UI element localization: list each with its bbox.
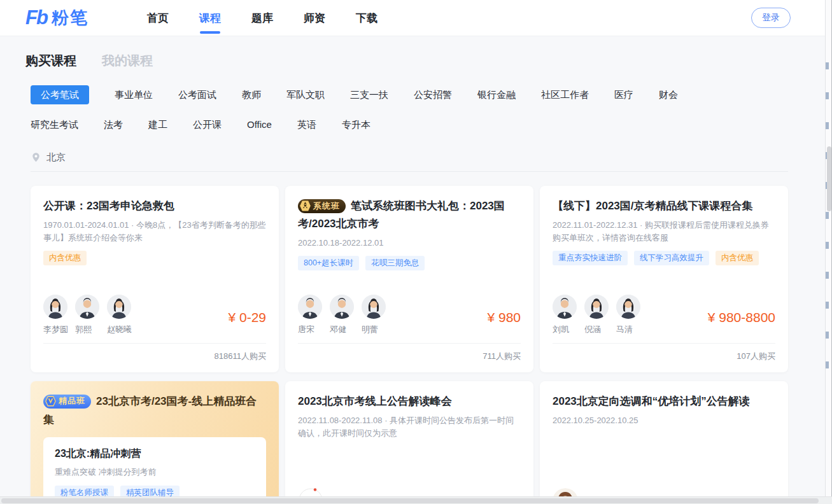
- teacher-name: 赵晓曦: [107, 324, 132, 335]
- course-card[interactable]: 公开课：23国考申论急救包1970.01.01-2024.01.01 · 今晚8…: [31, 186, 279, 372]
- course-card[interactable]: 【线下】2023国/京考精品线下课课程合集2022.11.01-2022.12.…: [540, 186, 788, 372]
- course-badge-label: 精品班: [59, 394, 85, 408]
- course-title: 2023北京市考线上公告解读峰会: [298, 393, 521, 410]
- teacher-avatar: [107, 295, 131, 319]
- horizontal-scrollbar-thumb[interactable]: [1, 498, 819, 503]
- course-badge-label: 系统班: [313, 199, 340, 213]
- category-tab[interactable]: 财会: [659, 85, 678, 104]
- teacher-avatar: [553, 295, 577, 319]
- course-dates: 2022.11.01-2022.12.31 · 购买联报课程后需使用课程兑换券购…: [553, 219, 775, 244]
- category-tab[interactable]: 医疗: [614, 85, 633, 104]
- course-tag: 重点夯实快速进阶: [553, 251, 628, 265]
- nav-item-teachers[interactable]: 师资: [304, 0, 325, 36]
- category-row-1: 公考笔试事业单位公考面试教师军队文职三支一扶公安招警银行金融社区工作者医疗财会: [31, 85, 825, 104]
- category-tab[interactable]: 公安招警: [414, 85, 452, 104]
- sub-course-desc: 重难点突破 冲刺提分到考前: [55, 466, 255, 478]
- category-tab[interactable]: 英语: [297, 115, 316, 134]
- course-tag: 线下学习高效提升: [634, 251, 709, 265]
- course-title: 精品班23北京市考/23国考-线上精品班合集: [43, 393, 266, 430]
- category-tab[interactable]: 三支一扶: [350, 85, 388, 104]
- course-tag: 800+超长课时: [298, 256, 359, 270]
- main-nav: 首页课程题库师资下载: [147, 0, 377, 36]
- category-tab[interactable]: 军队文职: [286, 85, 325, 104]
- course-card[interactable]: 系统班笔试系统班图书大礼包：2023国考/2023北京市考2022.10.18-…: [285, 186, 533, 372]
- category-tab[interactable]: 银行金融: [477, 85, 516, 104]
- category-tab[interactable]: 专升本: [342, 115, 370, 134]
- category-tab[interactable]: 建工: [148, 115, 167, 134]
- category-tab[interactable]: 研究生考试: [31, 115, 78, 134]
- nav-item-download[interactable]: 下载: [356, 0, 377, 36]
- course-tag: 花呗三期免息: [365, 256, 425, 270]
- teacher: 李梦圆: [43, 295, 74, 335]
- course-title: 公开课：23国考申论急救包: [43, 197, 266, 215]
- category-tab[interactable]: 教师: [242, 85, 261, 104]
- top-navbar: Fb 粉笔 首页课程题库师资下载 登录: [0, 0, 825, 36]
- teacher-name: 明蕾: [362, 324, 378, 335]
- teacher: 马清: [616, 295, 647, 335]
- location-pin-icon: [31, 152, 41, 163]
- course-card-grid: 公开课：23国考申论急救包1970.01.01-2024.01.01 · 今晚8…: [31, 186, 825, 504]
- tab-buy-courses[interactable]: 购买课程: [25, 52, 76, 69]
- course-title: 系统班笔试系统班图书大礼包：2023国考/2023北京市考: [298, 197, 521, 233]
- window-right-edge: [825, 0, 832, 504]
- teacher-name: 倪涵: [584, 324, 601, 335]
- nav-item-home[interactable]: 首页: [147, 0, 169, 36]
- nav-item-courses[interactable]: 课程: [199, 0, 221, 36]
- course-tags: 800+超长课时花呗三期免息: [298, 256, 521, 270]
- buyers-count: 711人购买: [298, 343, 521, 362]
- teacher: 赵晓曦: [107, 295, 137, 335]
- tab-my-courses[interactable]: 我的课程: [102, 52, 153, 69]
- nav-item-question-bank[interactable]: 题库: [251, 0, 273, 36]
- category-tab[interactable]: 社区工作者: [541, 85, 589, 104]
- rocket-icon: [299, 200, 311, 212]
- teacher-name: 郭熙: [75, 324, 92, 335]
- teacher-avatar: [616, 295, 640, 319]
- category-tab[interactable]: 法考: [104, 115, 123, 134]
- category-tab[interactable]: 公开课: [193, 115, 222, 134]
- vertical-scrollbar-thumb[interactable]: [827, 146, 831, 211]
- teacher: 倪涵: [584, 295, 615, 335]
- location-row: 北京: [31, 151, 825, 164]
- teacher: 郭熙: [75, 295, 106, 335]
- category-tab[interactable]: 公考面试: [178, 85, 216, 104]
- category-tab-active[interactable]: 公考笔试: [31, 85, 89, 104]
- category-row-2: 研究生考试法考建工公开课Office英语专升本: [31, 115, 825, 134]
- city-selector[interactable]: 北京: [46, 151, 66, 164]
- course-badge-gold: 系统班: [298, 199, 346, 213]
- category-tab[interactable]: 事业单位: [115, 85, 153, 104]
- course-dates: 1970.01.01-2024.01.01 · 今晚8点，【23省考判断备考的那…: [43, 219, 266, 244]
- teacher-name: 李梦圆: [43, 324, 68, 335]
- course-card[interactable]: 2023北京市考线上公告解读峰会2022.11.08-2022.11.08 · …: [285, 381, 533, 504]
- fenbi-logo[interactable]: Fb 粉笔: [25, 6, 88, 29]
- course-tags: 重点夯实快速进阶线下学习高效提升内含优惠: [553, 251, 775, 265]
- sub-course-card[interactable]: 23北京:精品冲刺营重难点突破 冲刺提分到考前粉笔名师授课精英团队辅导: [43, 437, 266, 504]
- category-tab[interactable]: Office: [247, 115, 272, 134]
- logo-mark-icon: Fb: [25, 6, 47, 29]
- buyers-count: 107人购买: [553, 343, 775, 362]
- teacher: 明蕾: [362, 295, 392, 335]
- teacher-avatar: [330, 295, 354, 319]
- course-page-tabs: 购买课程 我的课程: [0, 36, 825, 69]
- teacher-name: 邓健: [330, 324, 346, 335]
- course-price: ¥ 0-29: [228, 310, 266, 335]
- course-title: 2023北京定向选调和“优培计划”公告解读: [553, 393, 775, 410]
- course-title-text: 【线下】2023国/京考精品线下课课程合集: [553, 200, 753, 212]
- login-button[interactable]: 登录: [751, 8, 791, 28]
- course-dates: 2022.10.25-2022.10.25: [553, 414, 775, 427]
- buyers-count: 818611人购买: [43, 343, 266, 362]
- course-badge-blue: 精品班: [43, 395, 91, 409]
- teacher: 唐宋: [298, 295, 328, 335]
- course-card[interactable]: 精品班23北京市考/23国考-线上精品班合集23北京:精品冲刺营重难点突破 冲刺…: [31, 381, 279, 504]
- horizontal-scrollbar: [0, 496, 832, 504]
- teachers-and-price-row: 刘凯倪涵马清¥ 980-8800: [553, 295, 775, 335]
- course-price: ¥ 980-8800: [708, 310, 775, 335]
- page: Fb 粉笔 首页课程题库师资下载 登录 购买课程 我的课程 公考笔试事业单位公考…: [0, 0, 825, 504]
- course-title-text: 公开课：23国考申论急救包: [43, 200, 174, 212]
- section-divider: [31, 171, 788, 172]
- teacher: 邓健: [330, 295, 360, 335]
- teacher-name: 马清: [616, 324, 633, 335]
- teacher-avatar: [362, 295, 386, 319]
- course-title-text: 2023北京定向选调和“优培计划”公告解读: [553, 395, 750, 407]
- course-card[interactable]: 2023北京定向选调和“优培计划”公告解读2022.10.25-2022.10.…: [540, 381, 788, 504]
- logo-text: 粉笔: [52, 6, 88, 29]
